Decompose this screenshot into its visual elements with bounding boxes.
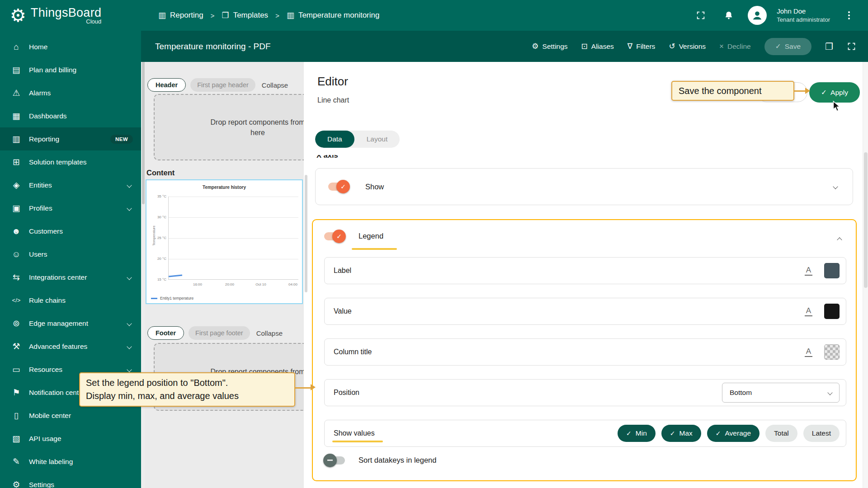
settings-button[interactable]: ⚙ Settings — [532, 42, 567, 51]
legend-toggle[interactable]: ✓ — [324, 232, 345, 240]
export-pdf-button[interactable]: ❐ — [825, 41, 833, 52]
report-panel-scrollbar[interactable] — [304, 62, 308, 488]
filters-label: Filters — [636, 42, 655, 51]
sidebar-item-customers[interactable]: ☻ Customers — [0, 220, 141, 243]
sidebar-item-home[interactable]: ⌂ Home — [0, 35, 141, 58]
chevron-down-icon[interactable] — [833, 184, 838, 189]
font-settings-icon[interactable]: A — [805, 307, 812, 316]
tab-layout[interactable]: Layout — [354, 131, 400, 148]
sidebar-item-label: API usage — [29, 435, 61, 443]
column-title-row-text: Column title — [334, 348, 372, 356]
chart-preview[interactable]: Temperature history Temperature 35 °C 30… — [146, 179, 303, 304]
label-color-swatch[interactable] — [824, 263, 840, 278]
collapse-footer-button[interactable]: Collapse — [256, 329, 283, 337]
legend-column-title-row[interactable]: Column title A — [324, 338, 846, 366]
callout-text-line1: Set the legend position to "Bottom". — [86, 376, 288, 389]
sidebar-item-label: Dashboards — [29, 112, 67, 120]
sidebar-item-dashboards[interactable]: ▦ Dashboards — [0, 104, 141, 127]
font-settings-icon[interactable]: A — [805, 266, 812, 276]
close-icon: × — [719, 42, 724, 51]
apply-button[interactable]: ✓ Apply — [809, 82, 860, 103]
top-app-bar: ⚙ ThingsBoard Cloud ▥ Reporting > ❐ Temp… — [0, 0, 868, 31]
header-dropzone[interactable]: Drop report components from here — [154, 94, 304, 160]
filter-icon: ∇ — [627, 42, 632, 51]
xaxis-show-card: ✓ Show — [315, 168, 853, 205]
sidebar-item-edge-management[interactable]: ⊚ Edge management — [0, 312, 141, 335]
first-page-footer-chip[interactable]: First page footer — [189, 326, 250, 340]
collapse-header-button[interactable]: Collapse — [262, 81, 288, 89]
legend-show-values-row: Show values ✓ Min ✓ Max ✓ Average Total — [324, 420, 846, 447]
mobile-icon: ▯ — [11, 410, 22, 421]
sidebar-item-plan-and-billing[interactable]: ▤ Plan and billing — [0, 58, 141, 81]
footer-section-chip[interactable]: Footer — [147, 326, 184, 340]
alarms-icon: ⚠ — [11, 88, 22, 98]
filters-button[interactable]: ∇ Filters — [627, 42, 656, 51]
show-values-chip-average[interactable]: ✓ Average — [707, 425, 760, 442]
first-page-header-chip[interactable]: First page header — [190, 78, 255, 92]
scrollbar-thumb[interactable] — [305, 175, 307, 292]
breadcrumb-templates[interactable]: ❐ Templates — [222, 10, 269, 20]
billing-icon: ▤ — [11, 65, 22, 75]
check-icon: ✓ — [716, 430, 721, 437]
settings-label: Settings — [542, 42, 568, 51]
scrollbar-thumb[interactable] — [864, 152, 868, 288]
font-settings-icon[interactable]: A — [805, 347, 812, 357]
sidebar-item-label: Plan and billing — [29, 66, 76, 74]
decline-button[interactable]: × Decline — [719, 42, 751, 51]
sidebar-item-solution-templates[interactable]: ⊞ Solution templates — [0, 150, 141, 174]
breadcrumb-temperature-monitoring[interactable]: ▥ Temperature monitoring — [287, 10, 380, 20]
versions-button[interactable]: ↺ Versions — [669, 42, 706, 51]
sidebar-item-settings[interactable]: ⚙ Settings — [0, 473, 141, 488]
xaxis-show-label: Show — [365, 183, 384, 191]
sidebar-item-label: Advanced features — [29, 343, 87, 351]
sidebar-item-api-usage[interactable]: ▧ API usage — [0, 427, 141, 450]
sidebar-item-reporting[interactable]: ▥ Reporting NEW — [0, 127, 141, 150]
check-icon: ✓ — [821, 89, 827, 97]
thingsboard-logo[interactable]: ⚙ ThingsBoard Cloud — [10, 6, 139, 25]
legend-value-row[interactable]: Value A — [324, 298, 846, 325]
overflow-menu-button[interactable] — [840, 6, 858, 24]
avatar[interactable] — [748, 6, 767, 25]
fullscreen-button[interactable] — [692, 6, 710, 24]
gear-icon: ⚙ — [532, 42, 538, 51]
aliases-button[interactable]: ⊡ Aliases — [581, 42, 614, 51]
legend-label-row[interactable]: Label A — [324, 257, 846, 284]
chevron-up-icon[interactable] — [837, 237, 842, 242]
position-select[interactable]: Bottom — [722, 383, 840, 403]
sidebar-nav: ⌂ Home ▤ Plan and billing ⚠ Alarms ▦ Das… — [0, 31, 141, 488]
sidebar-item-entities[interactable]: ◈ Entities — [0, 174, 141, 197]
column-title-color-swatch[interactable] — [824, 344, 840, 360]
sidebar-item-label: Alarms — [29, 89, 51, 97]
aliases-label: Aliases — [591, 42, 614, 51]
value-color-swatch[interactable] — [824, 304, 840, 319]
show-values-chip-total[interactable]: Total — [765, 425, 797, 442]
toolbar-fullscreen-button[interactable] — [847, 42, 856, 51]
export-preview-icon: ❐ — [825, 41, 833, 52]
sidebar-item-rule-chains[interactable]: </> Rule chains — [0, 289, 141, 312]
sidebar-item-label: Settings — [29, 481, 54, 488]
user-icon — [751, 9, 763, 21]
sort-datakeys-toggle[interactable] — [324, 456, 345, 465]
sidebar-item-profiles[interactable]: ▣ Profiles — [0, 197, 141, 220]
show-values-chip-max[interactable]: ✓ Max — [661, 425, 701, 442]
report-builder-panel: Header First page header Collapse Drop r… — [145, 62, 304, 488]
sidebar-item-users[interactable]: ☺ Users — [0, 243, 141, 266]
breadcrumb-reporting[interactable]: ▥ Reporting — [158, 10, 203, 20]
settings-icon: ⚙ — [11, 479, 22, 488]
editor-scrollbar[interactable] — [863, 62, 868, 488]
reporting-icon: ▥ — [158, 10, 166, 20]
save-button[interactable]: ✓ Save — [764, 38, 811, 55]
xaxis-show-toggle[interactable]: ✓ — [328, 183, 349, 191]
sidebar-item-mobile-center[interactable]: ▯ Mobile center — [0, 404, 141, 427]
save-label: Save — [785, 42, 801, 51]
show-values-chip-min[interactable]: ✓ Min — [618, 425, 656, 442]
sidebar-item-advanced-features[interactable]: ⚒ Advanced features — [0, 335, 141, 358]
show-values-chip-latest[interactable]: Latest — [803, 425, 840, 442]
sidebar-scrollbar[interactable] — [141, 31, 145, 488]
sidebar-item-white-labeling[interactable]: ✎ White labeling — [0, 450, 141, 473]
tab-data[interactable]: Data — [315, 131, 354, 148]
notifications-button[interactable] — [720, 6, 738, 24]
sidebar-item-alarms[interactable]: ⚠ Alarms — [0, 81, 141, 104]
header-section-chip[interactable]: Header — [147, 78, 186, 92]
sidebar-item-integrations-center[interactable]: ⇆ Integrations center — [0, 266, 141, 289]
